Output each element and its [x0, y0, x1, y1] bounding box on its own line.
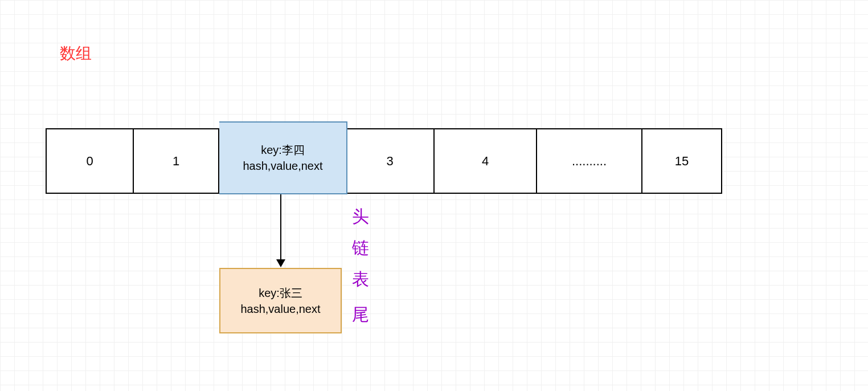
- linked-node-fields: hash,value,next: [240, 301, 320, 317]
- vertical-label-linked: 链: [352, 237, 369, 260]
- array-cell-15: 15: [642, 128, 722, 194]
- array-cell-ellipsis: ..........: [537, 128, 642, 194]
- vertical-label-tail: 尾: [352, 303, 369, 327]
- array-cell-3: 3: [346, 128, 435, 194]
- array-row: 0 1 key:李四 hash,value,next 3 4 .........…: [46, 128, 722, 194]
- array-cell-4: 4: [435, 128, 537, 194]
- linked-node-key: key:张三: [259, 285, 302, 301]
- next-pointer-arrow: [280, 194, 281, 265]
- array-cell-2-head-node: key:李四 hash,value,next: [219, 121, 347, 194]
- arrow-line: [280, 194, 281, 259]
- head-node-key: key:李四: [261, 142, 305, 158]
- vertical-label-head: 头: [352, 205, 369, 229]
- array-cell-0: 0: [46, 128, 134, 194]
- array-title: 数组: [60, 43, 92, 64]
- vertical-label-list: 表: [352, 268, 369, 291]
- arrow-head-icon: [276, 259, 285, 267]
- head-node-fields: hash,value,next: [243, 158, 322, 174]
- linked-node: key:张三 hash,value,next: [219, 268, 342, 333]
- array-cell-1: 1: [134, 128, 219, 194]
